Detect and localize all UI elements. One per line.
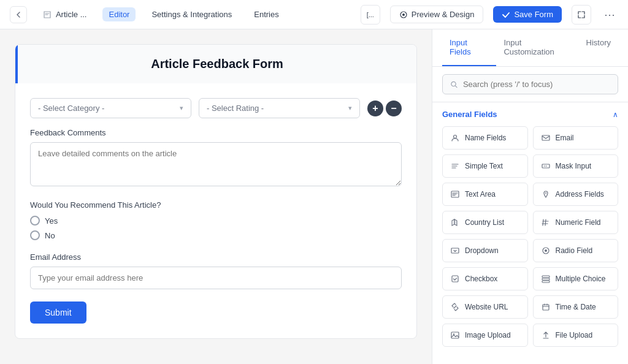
feedback-textarea[interactable]: [30, 142, 402, 186]
field-card-text-area[interactable]: Text Area: [442, 183, 528, 206]
field-card-address-fields[interactable]: Address Fields: [533, 183, 619, 206]
field-card-dropdown[interactable]: Dropdown: [442, 239, 528, 262]
panel-search: [432, 67, 628, 102]
field-card-multiple-choice[interactable]: Multiple Choice: [533, 267, 619, 290]
svg-rect-8: [451, 248, 459, 253]
field-card-website-url[interactable]: Website URL: [442, 295, 528, 319]
recommend-section: Would You Recommend This Article? Yes No: [30, 200, 402, 240]
field-card-time-&-date[interactable]: Time & Date: [533, 295, 619, 319]
svg-point-10: [545, 249, 547, 252]
section-toggle-icon[interactable]: ∧: [613, 110, 618, 119]
main-layout: Article Feedback Form - Select Category …: [0, 29, 628, 364]
field-card-label: Address Fields: [556, 190, 604, 199]
panel-content: General Fields ∧ Name FieldsEmailSimple …: [432, 102, 628, 364]
section-header: General Fields ∧: [442, 110, 618, 119]
recommend-label: Would You Recommend This Article?: [30, 200, 402, 210]
svg-rect-15: [543, 305, 549, 310]
field-card-radio-field[interactable]: Radio Field: [533, 239, 619, 262]
no-option[interactable]: No: [30, 230, 402, 240]
field-card-label: File Upload: [556, 331, 593, 339]
svg-point-17: [453, 333, 454, 335]
svg-point-3: [454, 135, 457, 138]
yes-radio[interactable]: [30, 216, 40, 226]
right-panel: Input Fields Input Customization History…: [432, 29, 628, 364]
email-section: Email Address: [30, 252, 402, 289]
more-button[interactable]: ⋯: [601, 6, 618, 23]
form-area: Article Feedback Form - Select Category …: [0, 29, 432, 364]
expand-button[interactable]: [572, 5, 591, 25]
file-upload-icon: [541, 330, 551, 340]
email-input[interactable]: [30, 267, 402, 289]
field-card-label: Time & Date: [556, 303, 596, 311]
field-card-email[interactable]: Email: [533, 126, 619, 150]
tab-input-fields[interactable]: Input Fields: [442, 29, 496, 66]
svg-point-2: [451, 82, 456, 86]
field-card-checkbox[interactable]: Checkbox: [442, 267, 528, 290]
search-icon: [450, 80, 458, 89]
field-card-label: Country List: [465, 218, 504, 227]
field-card-numeric-field[interactable]: Numeric Field: [533, 211, 619, 234]
field-card-label: Dropdown: [465, 246, 499, 255]
yes-label: Yes: [45, 216, 58, 226]
submit-button[interactable]: Submit: [30, 301, 86, 324]
country-list-icon: [450, 218, 460, 227]
chevron-down-icon: ▾: [180, 104, 183, 112]
field-card-name-fields[interactable]: Name Fields: [442, 126, 528, 150]
svg-point-1: [402, 13, 405, 16]
remove-field-button[interactable]: −: [386, 100, 402, 116]
svg-rect-14: [542, 281, 550, 282]
field-card-label: Name Fields: [465, 134, 506, 142]
save-button[interactable]: Save Form: [493, 6, 562, 23]
topbar: Article ... Editor Settings & Integratio…: [0, 0, 628, 29]
simple-text-icon: [450, 161, 460, 171]
radio-field-icon: [541, 246, 551, 256]
no-radio[interactable]: [30, 230, 40, 240]
email-label: Email Address: [30, 252, 402, 262]
svg-rect-16: [451, 332, 459, 338]
field-card-mask-input[interactable]: Mask Input: [533, 154, 619, 178]
field-card-country-list[interactable]: Country List: [442, 211, 528, 234]
field-actions: + −: [367, 100, 402, 116]
field-card-label: Checkbox: [465, 275, 497, 283]
email-icon: [541, 133, 551, 143]
tab-entries[interactable]: Entries: [248, 7, 285, 21]
preview-button[interactable]: Preview & Design: [390, 6, 484, 23]
chevron-down-icon: ▾: [348, 104, 352, 112]
mask-input-icon: [541, 161, 551, 171]
tab-settings[interactable]: Settings & Integrations: [145, 7, 238, 21]
form-card: Article Feedback Form - Select Category …: [15, 44, 417, 339]
tab-input-customization[interactable]: Input Customization: [496, 29, 578, 66]
tab-editor[interactable]: Editor: [102, 7, 136, 21]
category-select[interactable]: - Select Category - ▾: [30, 98, 191, 118]
rating-select[interactable]: - Select Rating - ▾: [199, 98, 360, 118]
add-field-button[interactable]: +: [367, 100, 383, 116]
image-upload-icon: [450, 330, 460, 340]
search-input[interactable]: [463, 80, 610, 89]
feedback-section: Feedback Comments: [30, 128, 402, 188]
field-card-label: Simple Text: [465, 162, 503, 170]
tab-history[interactable]: History: [579, 29, 618, 66]
name-fields-icon: [450, 133, 460, 143]
svg-rect-4: [542, 135, 550, 140]
category-rating-row: - Select Category - ▾ - Select Rating - …: [30, 98, 402, 118]
dropdown-icon: [450, 246, 460, 256]
form-title-bar: Article Feedback Form: [15, 45, 416, 83]
multiple-choice-icon: [541, 274, 551, 284]
section-title: General Fields: [442, 110, 497, 119]
website-url-icon: [450, 302, 460, 312]
time-&-date-icon: [541, 302, 551, 312]
svg-rect-11: [452, 276, 458, 282]
field-card-label: Mask Input: [556, 162, 592, 170]
back-button[interactable]: [10, 6, 27, 23]
field-card-simple-text[interactable]: Simple Text: [442, 154, 528, 178]
copy-button[interactable]: [...: [361, 5, 380, 25]
yes-option[interactable]: Yes: [30, 216, 402, 226]
field-card-label: Numeric Field: [556, 218, 601, 227]
form-title: Article Feedback Form: [33, 57, 402, 71]
field-card-image-upload[interactable]: Image Upload: [442, 324, 528, 347]
checkbox-icon: [450, 274, 460, 284]
field-card-label: Radio Field: [556, 246, 593, 255]
svg-rect-12: [542, 276, 550, 278]
field-card-file-upload[interactable]: File Upload: [533, 324, 619, 347]
field-card-label: Website URL: [465, 303, 508, 311]
